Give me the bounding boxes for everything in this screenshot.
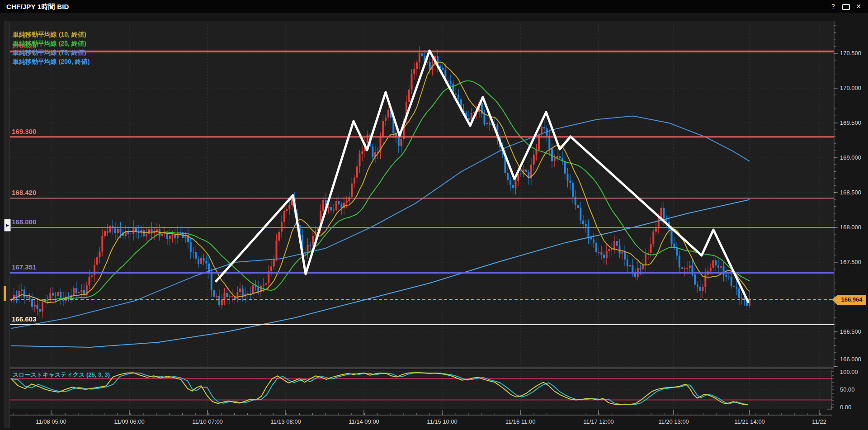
time-axis-label: 11/20 13:00 (658, 418, 689, 425)
price-axis-label: 167.500 (840, 259, 861, 265)
price-axis-label: 170.000 (840, 85, 861, 91)
stochastic-legend: スローストキャスティクス (25, 3, 3) (13, 371, 110, 379)
price-axis-label: 168.000 (840, 224, 861, 231)
legend-sma10: 単純移動平均線 (10, 終値) (13, 30, 90, 39)
time-axis-label: 11/16 11:00 (505, 418, 536, 425)
price-axis-label: 166.000 (840, 356, 861, 363)
hline-price-label: 167.351 (12, 263, 36, 271)
legend-sma75: 単純移動平均線 (75, 終値) (13, 48, 90, 57)
price-axis-label: 169.500 (840, 119, 861, 126)
gutter-expand-arrow-icon[interactable]: ▶ (4, 219, 11, 232)
time-axis-label: 11/15 10:00 (427, 418, 458, 425)
price-axis-label: 166.500 (840, 328, 861, 335)
stoch-axis-label: 0.00 (840, 404, 851, 411)
stoch-axis-label: 50.00 (840, 386, 855, 393)
hline-price-label: 168.000 (12, 218, 36, 226)
gutter-current-price-marker (4, 286, 6, 301)
hline-price-label: 166.603 (12, 315, 36, 323)
time-axis-label: 11/13 08:00 (270, 418, 301, 425)
price-axis-label: 169.000 (840, 154, 861, 161)
chart-window: CHF/JPY 1時間 BID ? ✕ ▼ ▶ 単純移動平均線 (10, 終値)… (0, 0, 868, 430)
time-axis-label: 11/08 05:00 (36, 418, 66, 425)
chart-area[interactable] (0, 0, 868, 430)
legend-sma25: 単純移動平均線 (25, 終値) (13, 39, 90, 48)
current-price-value: 166.964 (837, 295, 866, 305)
time-axis-label: 11/14 09:00 (349, 418, 379, 425)
sma-legend: 単純移動平均線 (10, 終値) 単純移動平均線 (25, 終値) 単純移動平均… (13, 30, 90, 66)
stoch-axis-label: 100.00 (840, 369, 858, 375)
time-axis-label: 11/17 12:00 (583, 418, 614, 425)
price-axis-label: 170.500 (840, 50, 861, 57)
time-axis-label: 11/21 14:00 (734, 418, 765, 425)
time-axis-label: 11/10 07:00 (192, 418, 223, 425)
hline-price-label: 169.300 (12, 128, 36, 135)
legend-sma200: 単純移動平均線 (200, 終値) (13, 57, 90, 66)
current-price-flag: 166.964 (832, 295, 866, 305)
hline-price-label: 168.420 (12, 189, 36, 196)
price-and-stochastic-plot[interactable] (0, 0, 868, 430)
price-axis-label: 168.500 (840, 189, 861, 196)
time-axis-label: 11/22 (812, 418, 826, 425)
time-axis-label: 11/09 06:00 (114, 418, 145, 425)
